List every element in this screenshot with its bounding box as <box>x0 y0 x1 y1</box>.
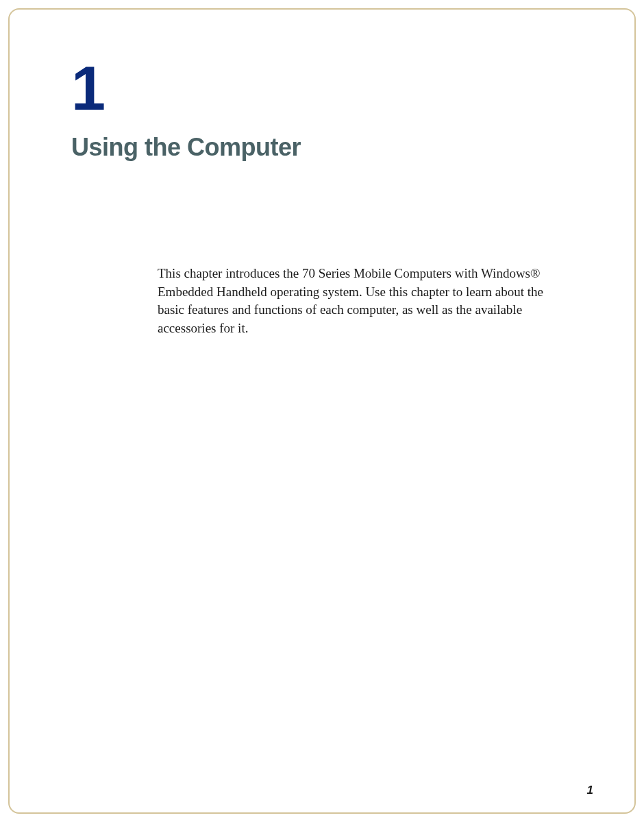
chapter-title: Using the Computer <box>71 133 573 162</box>
page-frame: 1 Using the Computer This chapter introd… <box>8 8 636 814</box>
chapter-intro-paragraph: This chapter introduces the 70 Series Mo… <box>158 265 559 337</box>
page-number: 1 <box>587 784 593 797</box>
chapter-number: 1 <box>71 58 573 119</box>
